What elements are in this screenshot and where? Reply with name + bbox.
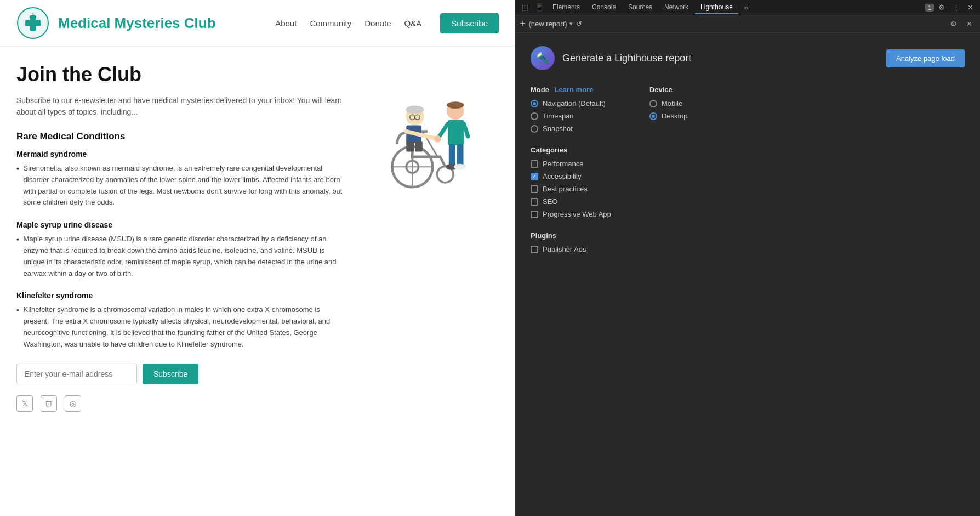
mode-group: Mode Learn more Navigation (Default) Tim… [531, 86, 606, 133]
condition-title-msud: Maple syrup urine disease [16, 220, 345, 229]
category-pwa[interactable]: Progressive Web App [531, 210, 965, 218]
toolbar2-right: ⚙ ✕ [947, 18, 976, 31]
lighthouse-header: 🔦 Generate a Lighthouse report Analyze p… [531, 46, 965, 70]
text-section: Join the Club Subscribe to our e-newslet… [16, 63, 345, 412]
subscribe-button-form[interactable]: Subscribe [143, 364, 198, 384]
nav-community[interactable]: Community [310, 19, 351, 28]
nav-donate[interactable]: Donate [364, 19, 391, 28]
devtools-topbar: ⬚ 📱 Elements Console Sources Network Lig… [515, 0, 980, 15]
more-tabs-icon[interactable]: » [739, 1, 753, 14]
new-tab-icon[interactable]: + [520, 18, 526, 30]
device-group: Device Mobile Desktop [649, 86, 688, 133]
radio-navigation-circle [531, 100, 538, 107]
svg-rect-26 [449, 144, 455, 167]
plugins-group: Publisher Ads [531, 245, 965, 253]
mode-timespan[interactable]: Timespan [531, 112, 606, 120]
lighthouse-options: Mode Learn more Navigation (Default) Tim… [531, 86, 965, 133]
report-dropdown[interactable]: (new report) ▾ [529, 20, 573, 28]
plugins-section: Plugins Publisher Ads [531, 231, 965, 253]
checkbox-performance [531, 160, 538, 168]
condition-mermaid: Mermaid syndrome Sirenomelia, also known… [16, 150, 345, 208]
mode-label: Mode Learn more [531, 86, 606, 94]
badge: 1 [925, 4, 934, 12]
settings-right-icon[interactable]: ⚙ [947, 18, 960, 31]
device-mobile-label: Mobile [662, 99, 682, 107]
svg-point-24 [434, 135, 441, 143]
mode-navigation-label: Navigation (Default) [543, 99, 606, 107]
site-logo: ⚕ [16, 7, 49, 39]
radio-desktop-circle [649, 112, 657, 120]
plugins-label: Plugins [531, 231, 965, 240]
tab-sources[interactable]: Sources [623, 1, 658, 14]
categories-label: Categories [531, 146, 965, 154]
device-desktop[interactable]: Desktop [649, 112, 688, 120]
site-title: Medical Mysteries Club [58, 15, 216, 32]
device-label: Device [649, 86, 688, 94]
checkbox-pwa [531, 211, 538, 218]
email-form: Subscribe [16, 364, 345, 384]
categories-group: Performance Accessibility Best practices… [531, 160, 965, 218]
inspect-icon[interactable]: ⬚ [519, 1, 532, 14]
condition-desc-mermaid: Sirenomelia, also known as mermaid syndr… [16, 163, 345, 208]
checkbox-accessibility [531, 173, 538, 180]
tab-lighthouse[interactable]: Lighthouse [695, 1, 738, 14]
device-mobile[interactable]: Mobile [649, 99, 688, 107]
analyze-button[interactable]: Analyze page load [886, 49, 965, 67]
rare-conditions-heading: Rare Medical Conditions [16, 131, 345, 142]
more-options-icon[interactable]: ⋮ [949, 1, 962, 14]
category-performance-label: Performance [543, 160, 583, 168]
svg-point-21 [447, 101, 464, 109]
condition-title-mermaid: Mermaid syndrome [16, 150, 345, 158]
condition-msud: Maple syrup urine disease Maple syrup ur… [16, 220, 345, 279]
category-seo[interactable]: SEO [531, 197, 965, 206]
email-input[interactable] [16, 364, 137, 384]
category-accessibility-label: Accessibility [543, 172, 582, 180]
social-icons: 𝕏 ⊡ ◎ [16, 395, 345, 412]
image-section [356, 63, 499, 412]
close-devtools-icon[interactable]: ✕ [964, 1, 977, 14]
category-best-practices[interactable]: Best practices [531, 185, 965, 193]
intro-text: Subscribe to our e-newsletter and have m… [16, 95, 345, 118]
radio-snapshot-circle [531, 125, 538, 133]
category-accessibility[interactable]: Accessibility [531, 172, 965, 180]
category-seo-label: SEO [543, 197, 557, 206]
category-pwa-label: Progressive Web App [543, 210, 611, 218]
chevron-down-icon: ▾ [569, 20, 573, 27]
svg-rect-2 [25, 20, 41, 26]
mode-radio-group: Navigation (Default) Timespan Snapshot [531, 99, 606, 133]
mode-snapshot[interactable]: Snapshot [531, 124, 606, 133]
plugin-publisher-ads-label: Publisher Ads [543, 245, 586, 253]
join-title: Join the Club [16, 63, 345, 86]
nav-about[interactable]: About [275, 19, 297, 28]
nav-qa[interactable]: Q&A [404, 19, 422, 28]
devtools-panel: ⬚ 📱 Elements Console Sources Network Lig… [515, 0, 980, 516]
condition-desc-msud: Maple syrup urine disease (MSUD) is a ra… [16, 234, 345, 279]
close-panel-icon[interactable]: ✕ [962, 18, 976, 31]
instagram-icon[interactable]: ◎ [65, 395, 81, 412]
condition-klinefelter: Klinefelter syndrome Klinefelter syndrom… [16, 291, 345, 350]
checkbox-publisher-ads [531, 246, 538, 253]
tab-elements[interactable]: Elements [547, 1, 585, 14]
condition-title-klinefelter: Klinefelter syndrome [16, 291, 345, 300]
svg-rect-27 [457, 144, 464, 167]
categories-section: Categories Performance Accessibility Bes… [531, 146, 965, 218]
device-icon[interactable]: 📱 [533, 1, 546, 14]
lighthouse-header-left: 🔦 Generate a Lighthouse report [531, 46, 691, 70]
clock-icon[interactable]: ↺ [576, 20, 582, 28]
svg-line-25 [464, 124, 468, 137]
lighthouse-body: 🔦 Generate a Lighthouse report Analyze p… [515, 33, 980, 516]
tab-network[interactable]: Network [659, 1, 694, 14]
tab-console[interactable]: Console [586, 1, 622, 14]
report-label: (new report) [529, 20, 567, 28]
settings-icon[interactable]: ⚙ [935, 1, 948, 14]
mode-snapshot-label: Snapshot [543, 124, 573, 133]
checkbox-best-practices [531, 185, 538, 193]
twitch-icon[interactable]: ⊡ [41, 395, 57, 412]
plugin-publisher-ads[interactable]: Publisher Ads [531, 245, 965, 253]
twitter-icon[interactable]: 𝕏 [16, 395, 33, 412]
svg-point-11 [406, 106, 424, 114]
subscribe-button-nav[interactable]: Subscribe [440, 13, 499, 33]
category-performance[interactable]: Performance [531, 160, 965, 168]
learn-more-link[interactable]: Learn more [555, 86, 594, 94]
mode-navigation[interactable]: Navigation (Default) [531, 99, 606, 107]
